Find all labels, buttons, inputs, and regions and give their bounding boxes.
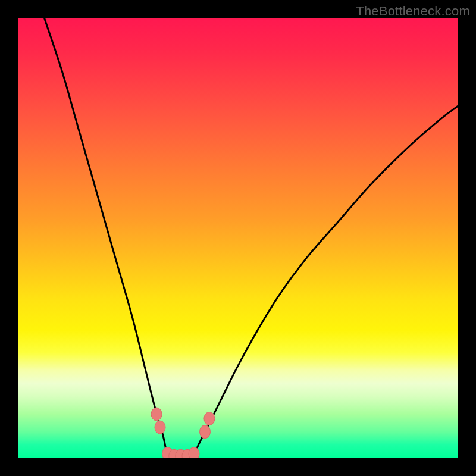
marker-floor-5 bbox=[189, 447, 199, 458]
marker-right-cluster-upper bbox=[204, 412, 215, 425]
marker-left-cluster-lower bbox=[155, 421, 165, 434]
watermark-text: TheBottleneck.com bbox=[356, 4, 470, 19]
marker-left-cluster-upper bbox=[151, 408, 162, 421]
bottleneck-curve bbox=[44, 18, 458, 458]
marker-right-cluster-lower bbox=[200, 425, 211, 439]
plot-area bbox=[18, 18, 458, 458]
marker-group bbox=[151, 408, 215, 458]
chart-svg bbox=[18, 18, 458, 458]
outer-frame: TheBottleneck.com bbox=[0, 0, 476, 476]
